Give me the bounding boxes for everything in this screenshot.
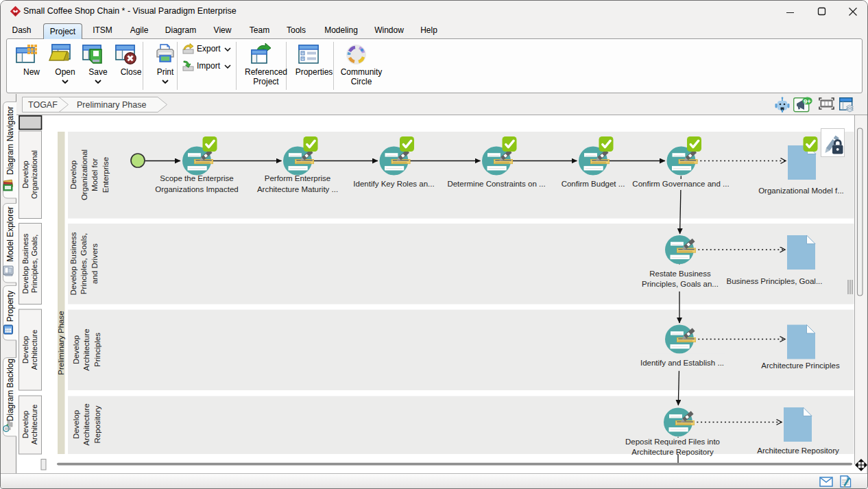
svg-text:Develop: Develop — [21, 160, 29, 188]
svg-text:Develop: Develop — [21, 336, 29, 363]
svg-text:Confirm Budget ...: Confirm Budget ... — [562, 180, 625, 188]
svg-text:9+: 9+ — [804, 97, 811, 105]
svg-text:Restate Business: Restate Business — [649, 270, 711, 278]
svg-text:Principles, Goals,: Principles, Goals, — [80, 233, 88, 294]
svg-text:Diagram Navigator: Diagram Navigator — [5, 106, 15, 175]
svg-text:Architecture: Architecture — [82, 329, 91, 370]
svg-text:Diagram Backlog: Diagram Backlog — [5, 359, 15, 421]
svg-text:Organizational: Organizational — [80, 150, 88, 200]
svg-text:Organizations Impacted: Organizations Impacted — [155, 185, 238, 193]
svg-text:Model for: Model for — [91, 158, 99, 191]
svg-text:Preliminary Phase: Preliminary Phase — [57, 311, 65, 374]
svg-text:Principles, Goals an...: Principles, Goals an... — [642, 280, 719, 288]
svg-text:Architecture Repository: Architecture Repository — [631, 448, 714, 456]
svg-text:Develop Business: Develop Business — [69, 232, 77, 295]
svg-text:Property: Property — [5, 291, 15, 322]
svg-text:Model Explorer: Model Explorer — [5, 206, 15, 262]
svg-text:Develop: Develop — [72, 335, 80, 364]
svg-text:TOGAF: TOGAF — [28, 100, 58, 110]
svg-text:Organizational Model f...: Organizational Model f... — [758, 187, 844, 195]
svg-text:Principles, Goals,: Principles, Goals, — [30, 235, 38, 294]
svg-text:Identify and Establish ...: Identify and Establish ... — [640, 359, 724, 367]
svg-text:Architecture: Architecture — [30, 405, 38, 445]
svg-text:Develop: Develop — [72, 410, 80, 439]
svg-text:Architecture Repository: Architecture Repository — [757, 446, 839, 455]
svg-text:Architecture: Architecture — [82, 403, 91, 445]
svg-text:Perform Enterprise: Perform Enterprise — [265, 174, 331, 182]
svg-text:Confirm Governance and ...: Confirm Governance and ... — [632, 180, 729, 188]
svg-text:Scope the Enterprise: Scope the Enterprise — [160, 174, 233, 182]
svg-text:Architecture Principles: Architecture Principles — [761, 361, 840, 370]
svg-text:Determine Constraints on ...: Determine Constraints on ... — [447, 180, 545, 188]
svg-text:Enterprise: Enterprise — [101, 157, 110, 193]
svg-text:Identify Key Roles an...: Identify Key Roles an... — [353, 180, 434, 188]
svg-text:Deposit Required Files into: Deposit Required Files into — [625, 438, 720, 446]
svg-text:Repository: Repository — [93, 405, 101, 443]
svg-text:Architecture: Architecture — [30, 330, 38, 370]
svg-text:Principles: Principles — [93, 333, 101, 367]
svg-text:Preliminary Phase: Preliminary Phase — [77, 100, 146, 110]
svg-text:Architecture Maturity ...: Architecture Maturity ... — [257, 185, 338, 193]
svg-text:and Drivers: and Drivers — [91, 243, 99, 284]
svg-text:Develop Business: Develop Business — [21, 233, 29, 294]
svg-text:Develop: Develop — [21, 411, 29, 438]
svg-text:Organizational: Organizational — [30, 150, 38, 199]
svg-text:Business Principles, Goal...: Business Principles, Goal... — [727, 277, 823, 285]
svg-text:Develop: Develop — [69, 160, 77, 189]
